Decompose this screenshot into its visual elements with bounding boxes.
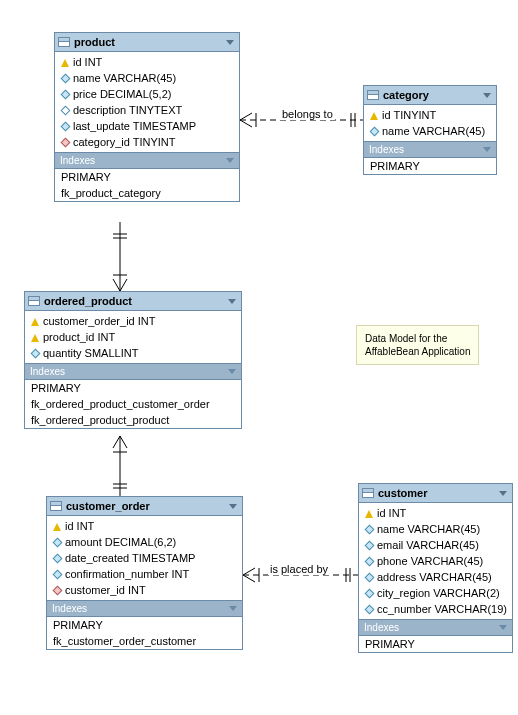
- column-row: name VARCHAR(45): [55, 70, 239, 86]
- column-row: id TINYINT: [364, 107, 496, 123]
- rel-label-belongs-to: belongs to: [280, 108, 335, 120]
- diagram-note[interactable]: Data Model for the AffableBean Applicati…: [356, 325, 479, 365]
- table-header[interactable]: category: [364, 86, 496, 105]
- indexes-label: Indexes: [369, 144, 404, 155]
- column-label: customer_id INT: [65, 584, 146, 596]
- column-row: id INT: [55, 54, 239, 70]
- table-header[interactable]: customer: [359, 484, 512, 503]
- indexes-label: Indexes: [52, 603, 87, 614]
- column-label: name VARCHAR(45): [73, 72, 176, 84]
- column-row: confirmation_number INT: [47, 566, 242, 582]
- column-label: address VARCHAR(45): [377, 571, 492, 583]
- table-icon: [367, 90, 379, 100]
- column-row: amount DECIMAL(6,2): [47, 534, 242, 550]
- column-label: id INT: [73, 56, 102, 68]
- columns-list: id INT name VARCHAR(45) price DECIMAL(5,…: [55, 52, 239, 152]
- chevron-down-icon: [483, 147, 491, 152]
- fk-diamond-icon: [53, 586, 63, 596]
- chevron-down-icon: [228, 369, 236, 374]
- table-header[interactable]: product: [55, 33, 239, 52]
- column-row: customer_order_id INT: [25, 313, 241, 329]
- column-row: category_id TINYINT: [55, 134, 239, 150]
- indexes-label: Indexes: [30, 366, 65, 377]
- column-label: amount DECIMAL(6,2): [65, 536, 176, 548]
- columns-list: id INT name VARCHAR(45) email VARCHAR(45…: [359, 503, 512, 619]
- note-line: Data Model for the: [365, 332, 470, 345]
- key-icon: [31, 318, 39, 326]
- table-title: product: [74, 36, 222, 48]
- index-row: PRIMARY: [55, 169, 239, 185]
- table-product[interactable]: product id INT name VARCHAR(45) price DE…: [54, 32, 240, 202]
- column-row: last_update TIMESTAMP: [55, 118, 239, 134]
- index-row: PRIMARY: [25, 380, 241, 396]
- svg-line-1: [240, 113, 252, 120]
- column-label: phone VARCHAR(45): [377, 555, 483, 567]
- diamond-icon: [61, 74, 71, 84]
- diamond-icon: [365, 525, 375, 535]
- svg-line-14: [120, 436, 127, 448]
- key-icon: [31, 334, 39, 342]
- table-customer-order[interactable]: customer_order id INT amount DECIMAL(6,2…: [46, 496, 243, 650]
- chevron-down-icon: [226, 40, 234, 45]
- index-row: fk_ordered_product_customer_order: [25, 396, 241, 412]
- columns-list: id INT amount DECIMAL(6,2) date_created …: [47, 516, 242, 600]
- svg-line-9: [113, 279, 120, 291]
- column-row: name VARCHAR(45): [359, 521, 512, 537]
- index-row: PRIMARY: [364, 158, 496, 174]
- column-label: name VARCHAR(45): [377, 523, 480, 535]
- index-row: fk_ordered_product_product: [25, 412, 241, 428]
- table-customer[interactable]: customer id INT name VARCHAR(45) email V…: [358, 483, 513, 653]
- indexes-label: Indexes: [60, 155, 95, 166]
- diamond-icon: [53, 570, 63, 580]
- erd-canvas: belongs to is placed by product id INT n…: [0, 0, 518, 715]
- table-icon: [362, 488, 374, 498]
- key-icon: [370, 112, 378, 120]
- column-row: customer_id INT: [47, 582, 242, 598]
- chevron-down-icon: [228, 299, 236, 304]
- diamond-icon: [370, 127, 380, 137]
- svg-line-20: [243, 575, 255, 582]
- table-icon: [28, 296, 40, 306]
- indexes-header[interactable]: Indexes: [47, 600, 242, 617]
- table-title: category: [383, 89, 479, 101]
- key-icon: [365, 510, 373, 518]
- column-label: cc_number VARCHAR(19): [377, 603, 507, 615]
- column-row: email VARCHAR(45): [359, 537, 512, 553]
- chevron-down-icon: [483, 93, 491, 98]
- indexes-header[interactable]: Indexes: [25, 363, 241, 380]
- svg-line-13: [113, 436, 120, 448]
- table-header[interactable]: ordered_product: [25, 292, 241, 311]
- column-label: price DECIMAL(5,2): [73, 88, 171, 100]
- indexes-header[interactable]: Indexes: [55, 152, 239, 169]
- table-header[interactable]: customer_order: [47, 497, 242, 516]
- table-icon: [58, 37, 70, 47]
- column-label: category_id TINYINT: [73, 136, 176, 148]
- column-label: id TINYINT: [382, 109, 436, 121]
- chevron-down-icon: [229, 606, 237, 611]
- column-row: city_region VARCHAR(2): [359, 585, 512, 601]
- chevron-down-icon: [499, 625, 507, 630]
- chevron-down-icon: [229, 504, 237, 509]
- table-icon: [50, 501, 62, 511]
- diamond-icon: [61, 122, 71, 132]
- column-row: phone VARCHAR(45): [359, 553, 512, 569]
- table-category[interactable]: category id TINYINT name VARCHAR(45) Ind…: [363, 85, 497, 175]
- column-label: description TINYTEXT: [73, 104, 182, 116]
- column-row: date_created TIMESTAMP: [47, 550, 242, 566]
- diamond-icon: [365, 573, 375, 583]
- column-label: email VARCHAR(45): [377, 539, 479, 551]
- table-title: ordered_product: [44, 295, 224, 307]
- column-label: id INT: [65, 520, 94, 532]
- index-row: PRIMARY: [47, 617, 242, 633]
- column-label: id INT: [377, 507, 406, 519]
- diamond-icon: [365, 589, 375, 599]
- indexes-header[interactable]: Indexes: [364, 141, 496, 158]
- indexes-header[interactable]: Indexes: [359, 619, 512, 636]
- column-label: name VARCHAR(45): [382, 125, 485, 137]
- diamond-icon: [365, 541, 375, 551]
- rel-label-is-placed-by: is placed by: [268, 563, 330, 575]
- table-ordered-product[interactable]: ordered_product customer_order_id INT pr…: [24, 291, 242, 429]
- column-row: price DECIMAL(5,2): [55, 86, 239, 102]
- column-row: id INT: [359, 505, 512, 521]
- column-row: address VARCHAR(45): [359, 569, 512, 585]
